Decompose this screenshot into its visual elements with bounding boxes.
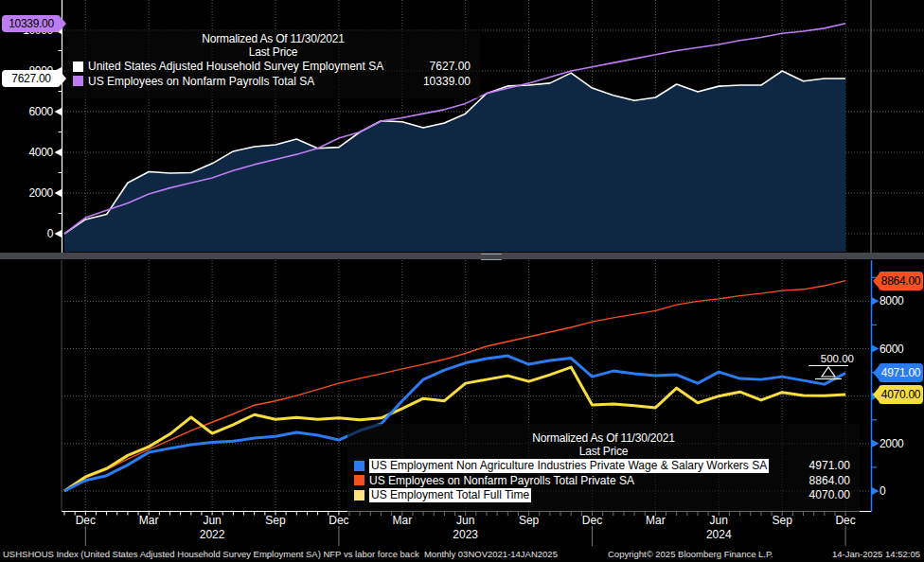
legend-subtitle: Last Price: [66, 45, 480, 59]
legend-swatch-icon: [354, 461, 364, 471]
legend-bottom-panel: Normalized As Of 11/30/2021 Last Price U…: [347, 424, 860, 515]
status-copyright: Copyright© 2025 Bloomberg Finance L.P.: [608, 549, 773, 559]
x-axis-month-label: Dec: [329, 515, 348, 527]
legend-item[interactable]: US Employment Non Agriculture Industries…: [347, 459, 860, 473]
bloomberg-chart-window: Normalized As Of 11/30/2021 Last Price U…: [0, 0, 924, 562]
last-price-badge: 4971.00: [879, 363, 923, 382]
last-price-badge: 4070.00: [879, 385, 923, 404]
x-axis-month-label: Mar: [392, 515, 412, 527]
x-axis-month-label: Dec: [76, 515, 96, 527]
status-description: USHSHOUS Index (United States Adjusted H…: [3, 549, 558, 559]
legend-swatch-icon: [73, 61, 83, 72]
y-axis-tick-label: 6000: [880, 342, 904, 356]
legend-item[interactable]: US Employees on Nonfarm Payrolls Total P…: [347, 474, 860, 488]
x-axis-month-label: Jun: [710, 515, 728, 527]
legend-swatch-icon: [354, 490, 364, 501]
x-axis-year-label: 2023: [453, 529, 478, 541]
last-price-badge: 8864.00: [879, 272, 923, 290]
x-axis-month-label: Jun: [203, 515, 221, 527]
pane-divider-handle[interactable]: [481, 254, 502, 260]
x-axis-year-label: 2022: [200, 529, 225, 541]
legend-series-value: 4070.00: [802, 488, 850, 502]
y-axis-tick-label: 6000: [11, 105, 53, 118]
legend-swatch-icon: [73, 76, 83, 86]
x-axis-year-label: 2024: [706, 529, 732, 541]
annotation-500[interactable]: 500.00: [807, 353, 854, 382]
legend-subtitle: Last Price: [347, 445, 860, 458]
legend-series-value: 7627.00: [422, 60, 471, 74]
legend-item[interactable]: US Employees on Nonfarm Payrolls Total S…: [66, 75, 480, 89]
legend-series-value: 8864.00: [802, 474, 850, 488]
x-axis-month-label: Sep: [519, 515, 539, 527]
legend-item[interactable]: United States Adjusted Household Survey …: [66, 60, 480, 74]
x-axis-month-label: Sep: [265, 515, 285, 527]
legend-title: Normalized As Of 11/30/2021: [347, 431, 860, 445]
y-axis-tick-label: 8000: [880, 294, 904, 307]
annotation-label: 500.00: [807, 353, 854, 364]
last-price-badge: 7627.00: [2, 70, 61, 87]
legend-series-value: 4971.00: [802, 459, 850, 473]
y-axis-tick-label: 2000: [11, 186, 53, 200]
x-axis-month-label: Dec: [582, 515, 602, 527]
legend-series-value: 10339.00: [416, 75, 471, 89]
legend-item[interactable]: US Employment Total Full Time4070.00: [347, 488, 860, 502]
legend-series-name: US Employment Non Agriculture Industries…: [369, 459, 769, 473]
legend-series-name: US Employees on Nonfarm Payrolls Total S…: [88, 75, 314, 89]
y-axis-tick-label: 4000: [11, 146, 53, 159]
legend-title: Normalized As Of 11/30/2021: [66, 32, 480, 45]
x-axis-month-label: Sep: [773, 515, 792, 527]
legend-swatch-icon: [354, 475, 364, 485]
legend-top-panel: Normalized As Of 11/30/2021 Last Price U…: [66, 29, 480, 98]
x-axis-month-label: Dec: [835, 515, 855, 527]
status-datetime: 14-Jan-2025 14:52:05: [832, 549, 920, 559]
x-axis-month-label: Jun: [456, 515, 474, 527]
y-axis-tick-label: 2000: [880, 437, 904, 450]
legend-series-name: US Employment Total Full Time: [369, 488, 531, 502]
y-axis-tick-label: 0: [880, 484, 885, 498]
last-price-badge: 10339.00: [2, 15, 61, 32]
x-axis-month-label: Mar: [646, 515, 666, 527]
x-axis-month-label: Mar: [139, 515, 159, 527]
legend-series-name: United States Adjusted Household Survey …: [88, 60, 383, 74]
annotation-triangle-icon: [807, 364, 850, 380]
y-axis-tick-label: 0: [11, 227, 53, 240]
legend-series-name: US Employees on Nonfarm Payrolls Total P…: [369, 474, 634, 488]
